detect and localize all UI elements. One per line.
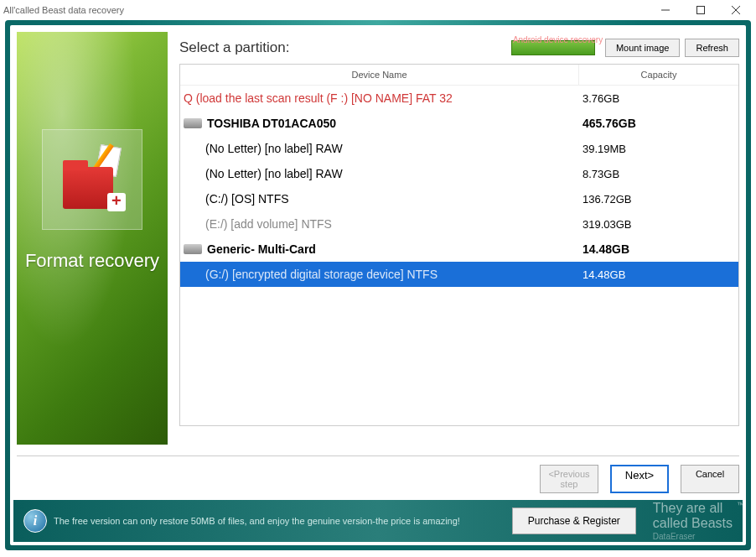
partition-row-selected[interactable]: (G:/) [encrypted digital storage device]…	[180, 262, 738, 287]
cancel-button[interactable]: Cancel	[681, 465, 739, 493]
footer: i The free version can only restore 50MB…	[13, 500, 743, 542]
mount-image-button[interactable]: Mount image	[605, 39, 681, 57]
main-content: Format recovery Select a partition: Andr…	[10, 25, 746, 445]
brand-label: DataEraser	[653, 532, 733, 541]
right-panel: Select a partition: Android device recov…	[179, 32, 739, 445]
nav-area: <Previous step Next> Cancel	[17, 455, 739, 500]
partition-row[interactable]: (No Letter) [no label] RAW 8.73GB	[180, 161, 738, 186]
col-device-name[interactable]: Device Name	[180, 65, 579, 85]
table-body: Q (load the last scan result (F :) [NO N…	[180, 86, 738, 425]
partition-row[interactable]: (No Letter) [no label] RAW 39.19MB	[180, 136, 738, 161]
scan-result-row[interactable]: Q (load the last scan result (F :) [NO N…	[180, 86, 738, 111]
sidebar-title: Format recovery	[25, 250, 159, 272]
brand-area: They are allcalled Beasts ™ DataEraser	[653, 501, 733, 541]
window-controls	[655, 2, 753, 18]
svg-rect-1	[697, 7, 705, 14]
partition-table: Device Name Capacity Q (load the last sc…	[179, 64, 739, 426]
logo-box	[42, 129, 142, 230]
trademark: ™	[737, 501, 744, 509]
close-button[interactable]	[726, 2, 746, 18]
minimize-button[interactable]	[655, 2, 676, 18]
android-recovery-button[interactable]: Android device recovery	[511, 40, 595, 55]
window-title: All'called Beast data recovery	[3, 5, 655, 15]
purchase-button[interactable]: Purchase & Register	[512, 508, 636, 534]
app-frame: Format recovery Select a partition: Andr…	[5, 20, 751, 550]
footer-message: The free version can only restore 50MB o…	[54, 516, 512, 526]
next-button[interactable]: Next>	[610, 465, 669, 493]
partition-row[interactable]: (E:/) [add volume] NTFS 319.03GB	[180, 211, 738, 237]
card-icon	[184, 244, 202, 254]
col-capacity[interactable]: Capacity	[579, 65, 738, 85]
partition-label: Select a partition:	[179, 39, 511, 56]
partition-row[interactable]: (C:/) [OS] NTFS 136.72GB	[180, 186, 738, 211]
maximize-button[interactable]	[691, 2, 711, 18]
titlebar: All'called Beast data recovery	[0, 0, 756, 20]
disk-row[interactable]: TOSHIBA DT01ACA050 465.76GB	[180, 111, 738, 136]
refresh-button[interactable]: Refresh	[685, 39, 739, 57]
app-inner: Format recovery Select a partition: Andr…	[10, 25, 746, 545]
previous-button: <Previous step	[540, 465, 598, 493]
disk-row[interactable]: Generic- Multi-Card 14.48GB	[180, 237, 738, 262]
app-logo-icon	[59, 146, 126, 213]
info-icon: i	[23, 509, 47, 533]
partition-header: Select a partition: Android device recov…	[179, 32, 739, 64]
table-header: Device Name Capacity	[180, 65, 738, 86]
disk-icon	[184, 118, 202, 128]
sidebar: Format recovery	[17, 32, 168, 445]
